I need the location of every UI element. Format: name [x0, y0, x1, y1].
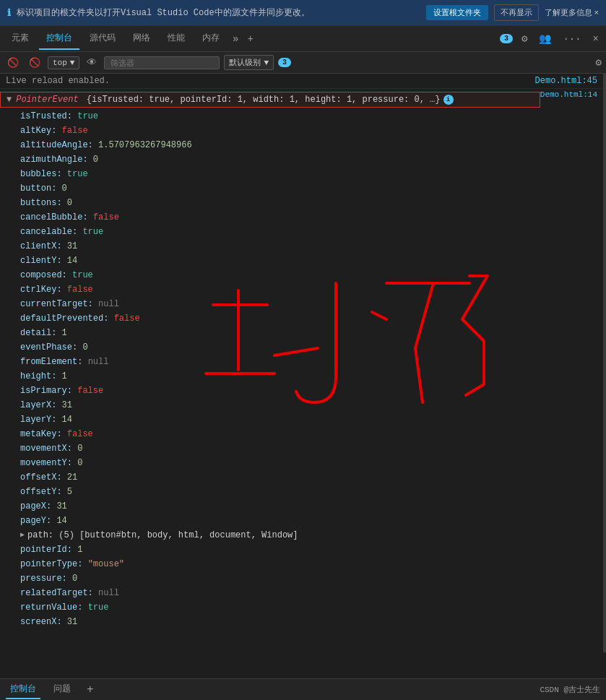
pointer-event-row[interactable]: ▼ PointerEvent {isTrusted: true, pointer… — [0, 92, 540, 108]
add-tab-icon[interactable]: + — [244, 32, 256, 46]
list-item: ctrlKey: false — [0, 282, 603, 297]
bottom-tab-console[interactable]: 控制台 — [6, 680, 40, 699]
demo-html-14-link[interactable]: Demo.html:14 — [540, 90, 597, 99]
dots-icon[interactable]: ··· — [560, 32, 584, 46]
path-text: path: (5) [button#btn, body, html, docum… — [27, 529, 298, 542]
list-item: layerX: 31 — [0, 398, 603, 412]
properties-list: isTrusted: truealtKey: falsealtitudeAngl… — [0, 109, 603, 528]
event-header-link-row: Demo.html:14 — [0, 89, 603, 90]
expand-icon[interactable]: ▼ — [7, 95, 12, 105]
info-text: 标识项目的根文件夹以打开Visual Studio Code中的源文件并同步更改… — [17, 7, 420, 19]
list-item: buttons: 0 — [0, 196, 603, 210]
no-show-button[interactable]: 不再显示 — [494, 4, 539, 21]
list-item: metaKey: false — [0, 427, 603, 441]
bottom-right-text: CSDN @吉士先生 — [540, 684, 600, 695]
list-item: fromElement: null — [0, 355, 603, 369]
level-chevron-icon: ▼ — [264, 59, 269, 67]
list-item: returnValue: true — [0, 600, 603, 615]
devtools-tabs: 元素 控制台 源代码 网络 性能 内存 » + 3 ⚙ 👥 ··· × — [0, 26, 606, 52]
list-item: azimuthAngle: 0 — [0, 152, 603, 167]
tab-sources[interactable]: 源代码 — [82, 27, 123, 50]
add-panel-button[interactable]: + — [84, 683, 97, 696]
info-icon: ℹ — [7, 7, 11, 19]
close-icon[interactable]: × — [590, 32, 602, 46]
bottom-tab-problems[interactable]: 问题 — [49, 680, 75, 699]
live-reload-text: Live reload enabled. — [6, 76, 110, 86]
live-reload-link[interactable]: Demo.html:45 — [535, 76, 597, 86]
list-item: pointerId: 1 — [0, 543, 603, 557]
filter-toggle-button[interactable]: 🚫 — [26, 56, 43, 69]
level-badge: 3 — [278, 58, 291, 67]
list-item: pointerType: "mouse" — [0, 557, 603, 571]
list-item: currentTarget: null — [0, 297, 603, 311]
console-toolbar: 🚫 🚫 top ▼ 👁 默认级别 ▼ 3 ⚙ — [0, 52, 606, 74]
learn-more-button[interactable]: 了解更多信息 × — [545, 7, 599, 18]
tab-memory[interactable]: 内存 — [195, 27, 227, 50]
list-item: pageX: 31 — [0, 499, 603, 514]
list-item: cancelable: true — [0, 225, 603, 239]
list-item: cancelBubble: false — [0, 210, 603, 225]
list-item: movementY: 0 — [0, 456, 603, 470]
set-root-button[interactable]: 设置根文件夹 — [426, 5, 488, 20]
list-item: defaultPrevented: false — [0, 311, 603, 326]
log-level-selector[interactable]: 默认级别 ▼ — [224, 55, 274, 70]
list-item: altitudeAngle: 1.5707963267948966 — [0, 138, 603, 152]
eye-icon[interactable]: 👁 — [84, 56, 100, 70]
console-settings-icon[interactable]: ⚙ — [596, 56, 602, 69]
list-item: button: 0 — [0, 181, 603, 196]
list-item: detail: 1 — [0, 326, 603, 340]
event-content: {isTrusted: true, pointerId: 1, width: 1… — [82, 95, 441, 105]
more-tabs-icon[interactable]: » — [230, 32, 241, 46]
list-item: screenX: 31 — [0, 615, 603, 629]
info-bar: ℹ 标识项目的根文件夹以打开Visual Studio Code中的源文件并同步… — [0, 0, 606, 26]
gear-icon[interactable]: ⚙ — [519, 31, 530, 46]
list-item: isTrusted: true — [0, 109, 603, 124]
list-item: clientX: 31 — [0, 239, 603, 254]
tab-network[interactable]: 网络 — [126, 27, 157, 50]
list-item: movementX: 0 — [0, 441, 603, 456]
live-reload-line: Live reload enabled. Demo.html:45 — [0, 74, 603, 89]
event-type-label: PointerEvent — [16, 95, 78, 105]
list-item: pressure: 0 — [0, 571, 603, 586]
filter-input[interactable] — [104, 56, 220, 69]
list-item: isPrimary: false — [0, 384, 603, 398]
console-content: Live reload enabled. Demo.html:45 Demo.h… — [0, 74, 603, 629]
tab-console[interactable]: 控制台 — [39, 27, 79, 50]
error-badge: 3 — [500, 34, 513, 43]
list-item: bubbles: true — [0, 167, 603, 181]
bottom-tabs: 控制台 问题 + CSDN @吉士先生 — [0, 678, 606, 700]
list-item: offsetX: 21 — [0, 470, 603, 485]
clear-console-button[interactable]: 🚫 — [4, 56, 22, 69]
properties-after-path-list: pointerId: 1pointerType: "mouse"pressure… — [0, 543, 603, 629]
people-icon[interactable]: 👥 — [536, 31, 554, 46]
list-item: relatedTarget: null — [0, 586, 603, 600]
context-label: top — [53, 59, 67, 67]
tab-elements[interactable]: 元素 — [4, 27, 36, 50]
event-info-icon[interactable]: i — [443, 95, 454, 105]
tab-performance[interactable]: 性能 — [160, 27, 192, 50]
path-expand-icon[interactable]: ▶ — [20, 529, 25, 542]
list-item: altKey: false — [0, 124, 603, 138]
level-label: 默认级别 — [229, 57, 261, 68]
dropdown-chevron-icon: ▼ — [70, 59, 75, 67]
list-item: height: 1 — [0, 369, 603, 384]
context-selector[interactable]: top ▼ — [48, 56, 79, 69]
path-line[interactable]: ▶ path: (5) [button#btn, body, html, doc… — [0, 528, 603, 543]
console-body[interactable]: Live reload enabled. Demo.html:45 Demo.h… — [0, 74, 606, 652]
list-item: eventPhase: 0 — [0, 340, 603, 355]
list-item: layerY: 14 — [0, 412, 603, 427]
list-item: clientY: 14 — [0, 254, 603, 268]
list-item: offsetY: 5 — [0, 485, 603, 499]
list-item: pageY: 14 — [0, 514, 603, 528]
list-item: composed: true — [0, 268, 603, 282]
